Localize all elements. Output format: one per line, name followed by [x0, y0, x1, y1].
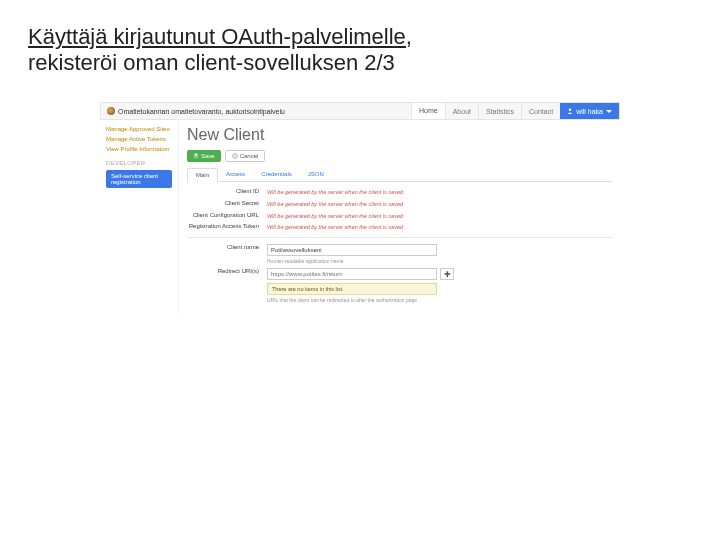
label-redirect-uri: Redirect URI(s): [187, 268, 267, 276]
save-icon: [193, 153, 199, 159]
note-config-url: Will be generated by the server when the…: [267, 213, 403, 219]
sidebar-group-developer: DEVELOPER: [100, 154, 178, 168]
user-icon: [567, 108, 573, 114]
sidebar-item-manage-tokens[interactable]: Manage Active Tokens: [100, 134, 178, 144]
brand: Omatietokannan omatietovaranto, auktoris…: [101, 107, 291, 115]
slide-title-line1: Käyttäjä kirjautunut OAuth-palvelimelle,: [28, 24, 412, 49]
page-title: New Client: [187, 126, 612, 144]
label-client-name: Client name: [187, 244, 267, 252]
user-menu[interactable]: will haka: [560, 103, 619, 119]
brand-text: Omatietokannan omatietovaranto, auktoris…: [118, 108, 285, 115]
cancel-button[interactable]: Cancel: [225, 150, 266, 162]
tab-main[interactable]: Main: [187, 168, 218, 182]
slide-title-line2: rekisteröi oman client-sovelluksen 2/3: [28, 50, 395, 75]
note-client-secret: Will be generated by the server when the…: [267, 201, 403, 207]
save-label: Save: [201, 153, 215, 159]
app-screenshot: Omatietokannan omatietovaranto, auktoris…: [100, 102, 620, 313]
label-reg-token: Registration Access Token: [187, 223, 267, 231]
sidebar-item-manage-sites[interactable]: Manage Approved Sites: [100, 124, 178, 134]
note-client-id: Will be generated by the server when the…: [267, 189, 403, 195]
sidebar-item-view-profile[interactable]: View Profile Information: [100, 144, 178, 154]
topbar: Omatietokannan omatietovaranto, auktoris…: [100, 102, 620, 120]
nav-statistics[interactable]: Statistics: [478, 103, 521, 119]
action-bar: Save Cancel: [187, 150, 612, 162]
topnav: Home About Statistics Contact will haka: [411, 103, 619, 119]
label-client-secret: Client Secret: [187, 200, 267, 208]
row-config-url: Client Configuration URL Will be generat…: [187, 212, 612, 220]
row-client-id: Client ID Will be generated by the serve…: [187, 188, 612, 196]
user-name: will haka: [576, 108, 603, 115]
cancel-icon: [232, 153, 238, 159]
svg-point-0: [569, 109, 571, 111]
redirect-uri-input[interactable]: [267, 268, 437, 280]
main-panel: New Client Save Cancel Main Access Crede…: [178, 120, 620, 313]
tab-json[interactable]: JSON: [300, 168, 332, 181]
hint-client-name: Human-readable application name: [267, 258, 612, 264]
save-button[interactable]: Save: [187, 150, 221, 162]
svg-rect-2: [195, 154, 197, 156]
nav-about[interactable]: About: [445, 103, 478, 119]
tab-credentials[interactable]: Credentials: [253, 168, 299, 181]
brand-icon: [107, 107, 115, 115]
label-client-id: Client ID: [187, 188, 267, 196]
nav-home[interactable]: Home: [411, 103, 445, 119]
nav-contact[interactable]: Contact: [521, 103, 560, 119]
sidebar-item-selfservice[interactable]: Self-service client registration: [106, 170, 172, 188]
tab-access[interactable]: Access: [218, 168, 253, 181]
svg-line-4: [233, 155, 235, 157]
row-client-secret: Client Secret Will be generated by the s…: [187, 200, 612, 208]
sidebar: Manage Approved Sites Manage Active Toke…: [100, 120, 178, 313]
label-config-url: Client Configuration URL: [187, 212, 267, 220]
note-reg-token: Will be generated by the server when the…: [267, 224, 403, 230]
hint-redirect-uri: URIs that the client can be redirected t…: [267, 297, 612, 303]
plus-icon: ✚: [444, 270, 451, 279]
caret-down-icon: [606, 110, 612, 113]
tabs: Main Access Credentials JSON: [187, 168, 612, 182]
row-redirect-uri: Redirect URI(s) ✚ There are no items in …: [187, 268, 612, 303]
client-name-input[interactable]: [267, 244, 437, 256]
row-client-name: Client name Human-readable application n…: [187, 237, 612, 264]
cancel-label: Cancel: [240, 153, 259, 159]
redirect-empty-note: There are no items in this list.: [267, 283, 437, 295]
slide-title: Käyttäjä kirjautunut OAuth-palvelimelle,…: [0, 0, 720, 84]
row-reg-token: Registration Access Token Will be genera…: [187, 223, 612, 231]
add-uri-button[interactable]: ✚: [440, 268, 454, 280]
